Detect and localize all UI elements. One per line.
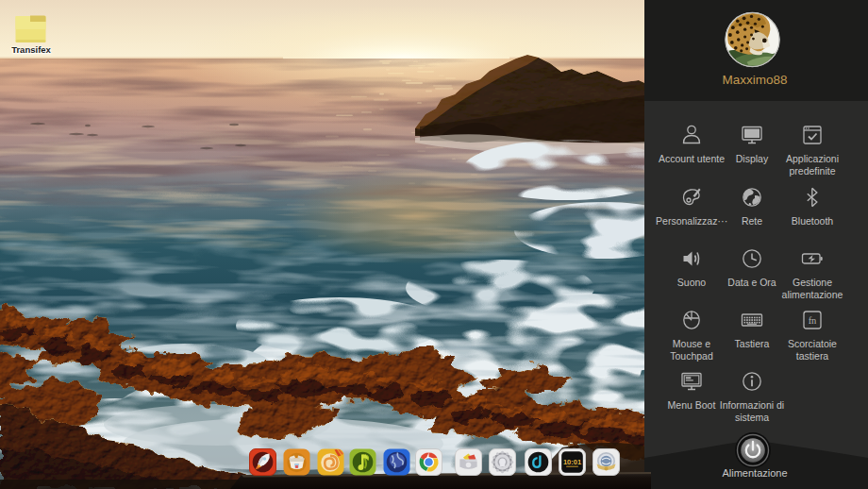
svg-text:fn: fn [809, 315, 817, 326]
svg-text:10:01: 10:01 [563, 458, 581, 466]
